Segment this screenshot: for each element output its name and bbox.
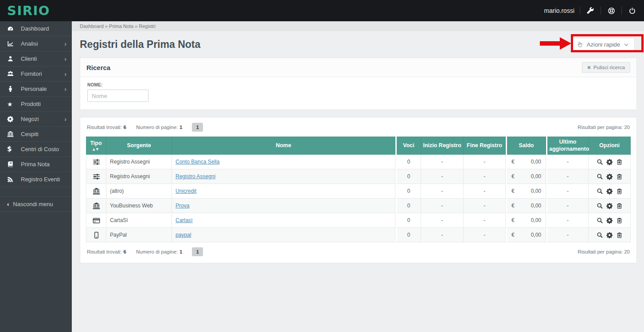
row-inizio: - <box>421 228 464 242</box>
wrench-icon[interactable] <box>585 6 595 16</box>
search-icon[interactable] <box>597 188 603 195</box>
row-voci: 0 <box>395 155 421 169</box>
sidebar-item-prodotti[interactable]: ★ Prodotti <box>0 97 72 112</box>
row-type-cell <box>86 184 106 199</box>
sidebar-spacer <box>0 187 72 197</box>
mobile-icon <box>93 231 100 238</box>
trash-icon[interactable] <box>616 203 623 209</box>
row-sorgente: Registro Assegni <box>106 155 172 169</box>
trash-icon[interactable] <box>616 188 623 195</box>
row-nome: paypal <box>172 228 395 242</box>
table-row: Registro Assegni Registro Assegni 0 - - … <box>86 169 631 184</box>
register-link[interactable]: paypal <box>176 232 191 238</box>
row-saldo: €0,00 <box>506 213 546 228</box>
name-search-input[interactable] <box>87 90 148 102</box>
sidebar-item-clienti[interactable]: Clienti › <box>0 51 72 66</box>
row-ultimo: - <box>546 213 589 228</box>
gear-icon[interactable] <box>606 203 613 209</box>
gear-icon[interactable] <box>606 173 613 180</box>
trash-icon[interactable] <box>616 217 623 224</box>
row-inizio: - <box>421 155 464 169</box>
row-options <box>589 169 631 184</box>
column-header-saldo: Saldo <box>506 137 546 155</box>
row-sorgente: CartaSì <box>106 213 172 228</box>
registers-table: Tipo ▲▼ Sorgente Nome Voci Inizio Regist… <box>86 137 631 242</box>
sidebar-item-cespiti[interactable]: Cespiti <box>0 127 72 142</box>
page-number-badge[interactable]: 1 <box>192 247 203 256</box>
row-ultimo: - <box>546 184 589 199</box>
sidebar-item-label: Registro Eventi <box>21 176 60 183</box>
sidebar-item-prima-nota[interactable]: Prima Nota <box>0 157 72 172</box>
sidebar-item-personale[interactable]: Personale › <box>0 82 72 97</box>
sidebar-collapse-label: Nascondi menu <box>13 201 53 207</box>
row-ultimo: - <box>546 169 589 184</box>
sidebar-item-fornitori[interactable]: Fornitori › <box>0 66 72 82</box>
search-icon[interactable] <box>597 159 603 165</box>
row-inizio: - <box>421 213 464 228</box>
column-header-tipo[interactable]: Tipo ▲▼ <box>86 137 106 155</box>
sirio-logo[interactable]: SIRIO <box>0 4 72 17</box>
search-icon[interactable] <box>597 203 603 209</box>
row-saldo: €0,00 <box>506 228 546 242</box>
dollar-icon: $ <box>7 146 18 152</box>
name-field-label: NOME: <box>87 82 629 87</box>
book-icon <box>7 161 18 168</box>
search-icon[interactable] <box>597 217 603 224</box>
trash-icon[interactable] <box>616 159 623 165</box>
register-link[interactable]: Conto Banca Sella <box>176 159 219 165</box>
chevron-right-icon: › <box>64 41 66 47</box>
help-ring-icon[interactable] <box>606 6 616 16</box>
gear-icon[interactable] <box>606 232 613 238</box>
main-content: Dashboard » Prima Nota » Registri Regist… <box>72 21 644 332</box>
page-title: Registri della Prima Nota <box>80 39 200 51</box>
row-type-cell <box>86 213 106 228</box>
bank-icon <box>93 202 100 208</box>
sidebar-item-negozi[interactable]: Negozi › <box>0 112 72 127</box>
row-saldo: €0,00 <box>506 184 546 199</box>
register-link[interactable]: Registro Assegni <box>176 173 215 180</box>
row-voci: 0 <box>395 213 421 228</box>
results-per-page: Risultati per pagina: 20 <box>578 249 630 254</box>
search-icon[interactable] <box>597 173 603 180</box>
sort-icons[interactable]: ▲▼ <box>88 147 104 151</box>
sidebar-item-centri-di-costo[interactable]: $ Centri di Costo <box>0 142 72 157</box>
sidebar-item-label: Prodotti <box>21 101 41 107</box>
row-inizio: - <box>421 199 464 213</box>
gear-icon[interactable] <box>606 159 613 165</box>
quick-actions-label: Azioni rapide <box>587 41 620 48</box>
clear-search-button[interactable]: ✖ Pulisci ricerca <box>582 62 630 73</box>
row-inizio: - <box>421 184 464 199</box>
rss-icon <box>7 176 18 183</box>
sidebar-collapse-button[interactable]: ‹ Nascondi menu <box>0 197 72 212</box>
username[interactable]: mario.rossi <box>544 7 574 14</box>
bank-icon <box>93 187 100 194</box>
row-nome: Registro Assegni <box>172 169 395 184</box>
results-summary-bottom: Risultati trovati:6 Numero di pagine:1 1… <box>87 247 630 256</box>
line-chart-icon <box>7 40 18 47</box>
power-icon[interactable] <box>627 6 637 16</box>
trash-icon[interactable] <box>616 173 623 180</box>
topbar: SIRIO mario.rossi <box>0 0 644 21</box>
trash-icon[interactable] <box>616 232 623 238</box>
quick-actions-button[interactable]: Azioni rapide <box>570 38 635 51</box>
register-link[interactable]: Unicredit <box>176 188 196 194</box>
row-nome: Conto Banca Sella <box>172 155 395 169</box>
row-sorgente: YouBusiness Web <box>106 199 172 213</box>
table-row: YouBusiness Web Prova 0 - - €0,00 - <box>86 199 631 213</box>
results-panel: Risultati trovati:6 Numero di pagine:1 1… <box>80 117 637 263</box>
gear-icon[interactable] <box>606 188 613 195</box>
register-link[interactable]: Cartasì <box>176 217 193 223</box>
sidebar-item-analisi[interactable]: Analisi › <box>0 36 72 51</box>
register-link[interactable]: Prova <box>176 203 189 209</box>
sidebar: Dashboard Analisi › Clienti › Fornitori … <box>0 21 72 332</box>
sidebar-item-dashboard[interactable]: Dashboard <box>0 21 72 36</box>
sidebar-item-registro-eventi[interactable]: Registro Eventi <box>0 172 72 187</box>
gear-icon[interactable] <box>606 217 613 224</box>
search-icon[interactable] <box>597 232 603 238</box>
table-row: (altro) Unicredit 0 - - €0,00 - <box>86 184 631 199</box>
results-found: Risultati trovati:6 <box>87 125 126 130</box>
page-number-badge[interactable]: 1 <box>192 123 203 132</box>
person-icon <box>7 86 18 92</box>
table-row: CartaSì Cartasì 0 - - €0,00 - <box>86 213 631 228</box>
title-row: Registri della Prima Nota Azioni rapide <box>72 31 644 58</box>
